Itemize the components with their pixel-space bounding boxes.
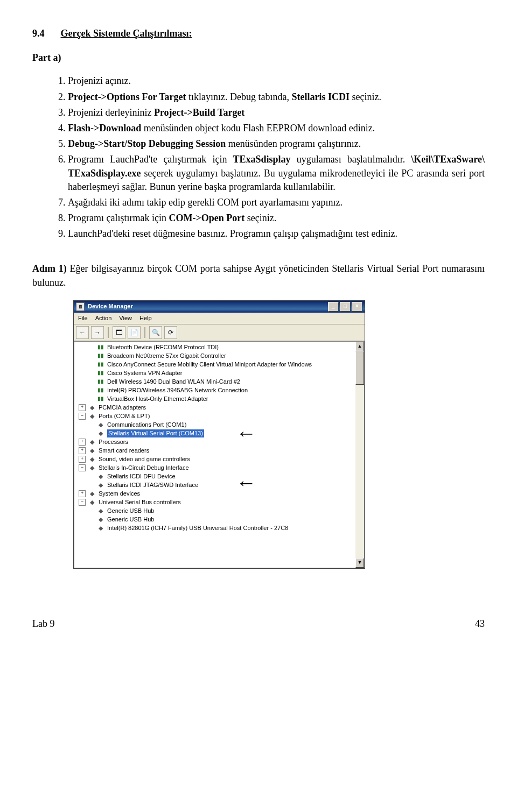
tree-item-label: Smart card readers — [99, 447, 149, 455]
expand-toggle[interactable]: + — [79, 439, 86, 446]
forward-button[interactable]: → — [91, 326, 104, 339]
properties-button[interactable]: 📄 — [128, 326, 141, 339]
toolbar-separator — [144, 327, 145, 338]
network-adapter-icon: ▮▮ — [96, 361, 105, 368]
maximize-button[interactable]: □ — [340, 302, 351, 312]
menu-file[interactable]: File — [78, 314, 88, 322]
tree-row[interactable]: ▮▮VirtualBox Host-Only Ethernet Adapter — [75, 394, 354, 403]
steps-list: Projenizi açınız.Project->Options For Ta… — [54, 74, 485, 241]
tree-item-label: Ports (COM & LPT) — [99, 412, 150, 420]
tree-row[interactable]: ◆Intel(R) 82801G (ICH7 Family) USB Unive… — [75, 524, 354, 532]
tree-row[interactable]: −◆Stellaris In-Circuit Debug Interface — [75, 463, 354, 472]
network-adapter-icon: ▮▮ — [96, 352, 105, 359]
tree-row[interactable]: ▮▮Intel(R) PRO/Wireless 3945ABG Network … — [75, 386, 354, 394]
tree-row[interactable]: ▮▮Bluetooth Device (RFCOMM Protocol TDI) — [75, 343, 354, 351]
expand-toggle[interactable]: + — [79, 404, 86, 411]
expand-toggle[interactable]: + — [79, 490, 86, 497]
scroll-up-button[interactable]: ▲ — [355, 342, 364, 351]
tree-item-label: Stellaris ICDI JTAG/SWD Interface — [107, 481, 198, 489]
tree-row[interactable]: ▮▮Cisco AnyConnect Secure Mobility Clien… — [75, 360, 354, 369]
step-6: Programı LauchPad'te çalıştırmak için TE… — [68, 153, 485, 194]
tree-row[interactable]: −◆Universal Serial Bus controllers — [75, 498, 354, 506]
vertical-scrollbar[interactable]: ▲ ▼ — [355, 342, 364, 568]
tree-item-label: Processors — [99, 438, 128, 446]
dm-tree-wrap: ▮▮Bluetooth Device (RFCOMM Protocol TDI)… — [74, 341, 365, 568]
expand-toggle[interactable]: − — [79, 499, 86, 506]
tree-row[interactable]: +◆PCMCIA adapters — [75, 403, 354, 412]
step-4: Flash->Download menüsünden object kodu F… — [68, 122, 485, 135]
view-button[interactable]: 🗔 — [113, 326, 125, 339]
tree-item-label: Stellaris ICDI DFU Device — [107, 472, 176, 481]
device-icon: ◆ — [96, 421, 105, 428]
footer-right: 43 — [475, 617, 485, 631]
device-manager-window: 🖥 Device Manager _ □ × FileActionViewHel… — [73, 300, 365, 569]
tree-item-label: VirtualBox Host-Only Ethernet Adapter — [107, 395, 208, 403]
step-7: Aşağıdaki iki adımı takip edip gerekli C… — [68, 196, 485, 209]
tree-row[interactable]: −◆Ports (COM & LPT) — [75, 412, 354, 420]
device-icon: ◆ — [96, 429, 105, 437]
device-icon: ◆ — [88, 498, 96, 506]
scan-button[interactable]: 🔍 — [149, 326, 162, 339]
tree-row[interactable]: ▮▮Dell Wireless 1490 Dual Band WLAN Mini… — [75, 377, 354, 386]
tree-row[interactable]: +◆Sound, video and game controllers — [75, 455, 354, 463]
tree-item-label: Generic USB Hub — [107, 507, 154, 515]
toolbar-separator — [108, 327, 109, 338]
tree-item-label: Stellaris Virtual Serial Port (COM13) — [107, 429, 204, 437]
step-1: Projenizi açınız. — [68, 74, 485, 88]
tree-row[interactable]: ◆Stellaris Virtual Serial Port (COM13) — [75, 429, 354, 437]
tree-row[interactable]: ◆Stellaris ICDI JTAG/SWD Interface — [75, 481, 354, 489]
close-button[interactable]: × — [352, 302, 362, 312]
scroll-track[interactable] — [355, 351, 364, 558]
dm-menubar: FileActionViewHelp — [74, 313, 365, 324]
tree-row[interactable]: ◆Stellaris ICDI DFU Device — [75, 472, 354, 481]
tree-row[interactable]: ▮▮Broadcom NetXtreme 57xx Gigabit Contro… — [75, 351, 354, 360]
tree-item-label: PCMCIA adapters — [99, 404, 146, 412]
network-adapter-icon: ▮▮ — [96, 378, 105, 385]
device-icon: ◆ — [88, 412, 96, 420]
device-icon: ◆ — [96, 516, 105, 523]
network-adapter-icon: ▮▮ — [96, 369, 105, 377]
device-tree[interactable]: ▮▮Bluetooth Device (RFCOMM Protocol TDI)… — [74, 342, 355, 568]
expand-toggle[interactable]: − — [79, 464, 86, 471]
expand-toggle[interactable]: + — [79, 456, 86, 463]
expand-toggle[interactable]: − — [79, 413, 86, 420]
tree-row[interactable]: +◆Smart card readers — [75, 446, 354, 455]
dm-titlebar[interactable]: 🖥 Device Manager _ □ × — [74, 301, 365, 313]
section-number: 9.4 — [32, 27, 58, 40]
scroll-thumb[interactable] — [355, 351, 364, 385]
tree-item-label: System devices — [99, 490, 140, 498]
device-icon: ◆ — [88, 404, 96, 411]
tree-row[interactable]: ▮▮Cisco Systems VPN Adapter — [75, 369, 354, 377]
dm-window-controls: _ □ × — [328, 302, 362, 312]
menu-view[interactable]: View — [119, 314, 132, 322]
step-9: LaunchPad'deki reset düğmesine basınız. … — [68, 227, 485, 241]
tree-row[interactable]: +◆Processors — [75, 437, 354, 446]
tree-item-label: Dell Wireless 1490 Dual Band WLAN Mini-C… — [107, 378, 240, 386]
adim-paragraph: Adım 1) Eğer bilgisayarınız birçok COM p… — [32, 262, 485, 289]
refresh-button[interactable]: ⟳ — [164, 326, 177, 339]
device-icon: ◆ — [88, 438, 96, 446]
device-icon: ◆ — [96, 481, 105, 489]
tree-item-label: Cisco AnyConnect Secure Mobility Client … — [107, 361, 312, 369]
section-title: Gerçek Sistemde Çalıştırılması: — [61, 28, 192, 39]
tree-item-label: Stellaris In-Circuit Debug Interface — [99, 464, 189, 472]
menu-help[interactable]: Help — [139, 314, 152, 322]
dm-title: Device Manager — [88, 302, 133, 310]
tree-item-label: Bluetooth Device (RFCOMM Protocol TDI) — [107, 343, 219, 351]
tree-row[interactable]: +◆System devices — [75, 489, 354, 498]
tree-row[interactable]: ◆Communications Port (COM1) — [75, 420, 354, 429]
device-icon: ◆ — [88, 464, 96, 471]
network-adapter-icon: ▮▮ — [96, 343, 105, 351]
tree-item-label: Broadcom NetXtreme 57xx Gigabit Controll… — [107, 352, 226, 360]
minimize-button[interactable]: _ — [328, 302, 339, 312]
page-footer: Lab 9 43 — [32, 617, 485, 631]
step-2: Project->Options For Target tıklayınız. … — [68, 90, 485, 104]
scroll-down-button[interactable]: ▼ — [355, 558, 364, 568]
back-button[interactable]: ← — [76, 326, 89, 339]
expand-toggle[interactable]: + — [79, 447, 86, 454]
step-3: Projenizi derleyininiz Project->Build Ta… — [68, 106, 485, 119]
tree-row[interactable]: ◆Generic USB Hub — [75, 515, 354, 524]
tree-row[interactable]: ◆Generic USB Hub — [75, 506, 354, 515]
menu-action[interactable]: Action — [95, 314, 112, 322]
tree-item-label: Communications Port (COM1) — [107, 421, 186, 429]
